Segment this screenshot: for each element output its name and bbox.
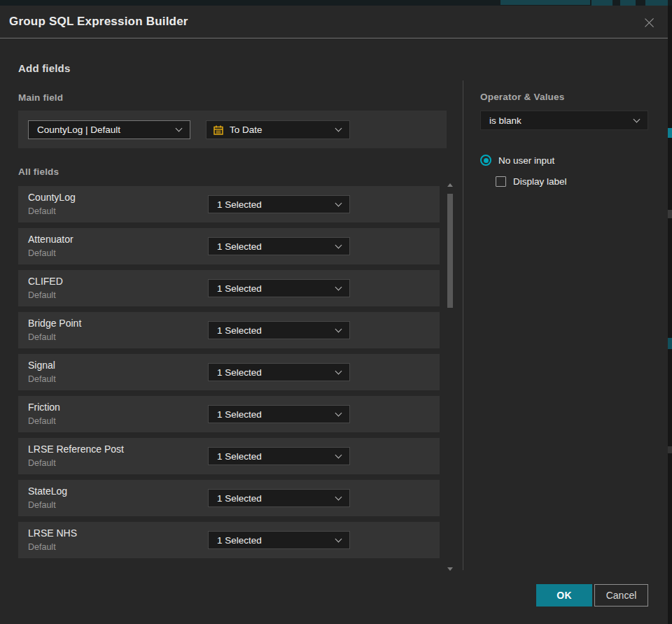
field-row: CountyLog Default 1 Selected xyxy=(18,186,440,222)
field-name: Attenuator xyxy=(28,234,74,245)
no-user-input-label: No user input xyxy=(498,155,554,166)
display-label-checkbox[interactable]: Display label xyxy=(496,176,567,187)
field-row: Attenuator Default 1 Selected xyxy=(18,228,440,264)
main-field-value: CountyLog | Default xyxy=(29,125,120,135)
field-selected-value: 1 Selected xyxy=(209,367,262,378)
cancel-button[interactable]: Cancel xyxy=(594,584,648,607)
field-row: Signal Default 1 Selected xyxy=(18,354,440,390)
date-type-value: To Date xyxy=(224,125,262,135)
field-name: CountyLog xyxy=(28,192,76,203)
field-selected-dropdown[interactable]: 1 Selected xyxy=(208,237,350,255)
chevron-down-icon xyxy=(335,535,342,542)
operator-values-label: Operator & Values xyxy=(480,92,564,102)
field-selected-dropdown[interactable]: 1 Selected xyxy=(208,279,350,297)
chevron-down-icon xyxy=(335,493,342,500)
group-sql-expression-builder-dialog: Group SQL Expression Builder Add fields … xyxy=(0,6,668,624)
background-toolbar-fragment xyxy=(592,0,612,6)
field-selected-dropdown[interactable]: 1 Selected xyxy=(208,405,350,423)
no-user-input-radio[interactable]: No user input xyxy=(480,155,554,166)
scroll-down-arrow-icon[interactable] xyxy=(447,567,453,571)
background-app-edge xyxy=(668,6,672,624)
ok-button[interactable]: OK xyxy=(536,584,592,607)
field-row: Friction Default 1 Selected xyxy=(18,396,440,432)
field-name: LRSE Reference Post xyxy=(28,444,124,455)
fields-list-scrollbar xyxy=(446,182,454,571)
field-selected-value: 1 Selected xyxy=(209,451,262,462)
chevron-down-icon xyxy=(335,325,342,332)
background-toolbar-fragment xyxy=(645,0,668,6)
field-name: Signal xyxy=(28,360,55,371)
calendar-icon xyxy=(206,125,224,136)
chevron-down-icon xyxy=(335,367,342,374)
scroll-up-arrow-icon[interactable] xyxy=(447,183,453,187)
field-selected-value: 1 Selected xyxy=(209,283,262,294)
field-name: StateLog xyxy=(28,485,67,497)
field-selected-value: 1 Selected xyxy=(209,241,262,252)
field-row: CLIFED Default 1 Selected xyxy=(18,270,440,306)
panel-divider xyxy=(463,80,463,570)
field-selected-dropdown[interactable]: 1 Selected xyxy=(208,489,350,507)
scrollbar-thumb[interactable] xyxy=(447,194,453,308)
field-name: Friction xyxy=(28,402,60,413)
background-fragment xyxy=(668,128,672,138)
chevron-down-icon xyxy=(335,409,342,416)
close-button[interactable] xyxy=(640,13,658,31)
live-view-button: Live view xyxy=(500,0,590,5)
field-row: StateLog Default 1 Selected xyxy=(18,480,440,516)
checkbox-unchecked-icon xyxy=(496,176,506,187)
background-toolbar-fragment xyxy=(620,0,636,6)
field-subtitle: Default xyxy=(28,416,56,426)
background-fragment xyxy=(668,210,672,218)
chevron-down-icon xyxy=(335,125,342,132)
background-fragment xyxy=(668,446,672,453)
main-field-label: Main field xyxy=(18,92,63,103)
dialog-header: Group SQL Expression Builder xyxy=(0,6,668,38)
field-selected-value: 1 Selected xyxy=(209,493,262,504)
field-row: LRSE NHS Default 1 Selected xyxy=(18,522,440,558)
display-label-text: Display label xyxy=(513,176,567,187)
operator-value: is blank xyxy=(481,115,522,126)
radio-selected-icon xyxy=(480,155,491,166)
field-selected-value: 1 Selected xyxy=(209,325,262,336)
live-view-label: Live view xyxy=(517,0,551,2)
field-row: Bridge Point Default 1 Selected xyxy=(18,312,440,348)
all-fields-label: All fields xyxy=(18,166,59,177)
dialog-title: Group SQL Expression Builder xyxy=(0,15,188,29)
chevron-down-icon xyxy=(335,283,342,290)
field-selected-dropdown[interactable]: 1 Selected xyxy=(208,321,350,339)
background-app-strip: Live view xyxy=(0,0,672,6)
chevron-down-icon xyxy=(335,199,342,206)
field-selected-value: 1 Selected xyxy=(209,535,262,546)
field-name: LRSE NHS xyxy=(28,527,77,539)
field-selected-dropdown[interactable]: 1 Selected xyxy=(208,531,350,549)
field-subtitle: Default xyxy=(28,332,56,342)
chevron-down-icon xyxy=(634,115,640,122)
screen: Live view Group SQL Expression Builder A… xyxy=(0,0,672,624)
field-subtitle: Default xyxy=(28,206,56,216)
field-selected-dropdown[interactable]: 1 Selected xyxy=(208,363,350,381)
main-field-container: CountyLog | Default To Date xyxy=(18,111,447,148)
field-subtitle: Default xyxy=(28,500,56,510)
field-subtitle: Default xyxy=(28,290,56,300)
chevron-down-icon xyxy=(335,451,342,458)
field-selected-dropdown[interactable]: 1 Selected xyxy=(208,447,350,465)
field-subtitle: Default xyxy=(28,374,56,384)
close-icon xyxy=(643,17,655,29)
field-selected-dropdown[interactable]: 1 Selected xyxy=(208,195,350,213)
add-fields-heading: Add fields xyxy=(18,62,71,74)
field-selected-value: 1 Selected xyxy=(209,409,262,420)
main-field-dropdown[interactable]: CountyLog | Default xyxy=(28,120,190,139)
field-name: CLIFED xyxy=(28,276,63,287)
field-name: Bridge Point xyxy=(28,318,81,329)
chevron-down-icon xyxy=(335,241,342,248)
field-subtitle: Default xyxy=(28,542,56,552)
background-fragment xyxy=(668,338,672,349)
all-fields-list: CountyLog Default 1 Selected Attenuator … xyxy=(18,186,440,564)
operator-dropdown[interactable]: is blank xyxy=(480,111,648,130)
field-subtitle: Default xyxy=(28,248,56,258)
chevron-down-icon xyxy=(176,125,183,132)
date-type-dropdown[interactable]: To Date xyxy=(206,120,350,139)
field-row: LRSE Reference Post Default 1 Selected xyxy=(18,438,440,474)
field-subtitle: Default xyxy=(28,458,56,468)
field-selected-value: 1 Selected xyxy=(209,199,262,210)
